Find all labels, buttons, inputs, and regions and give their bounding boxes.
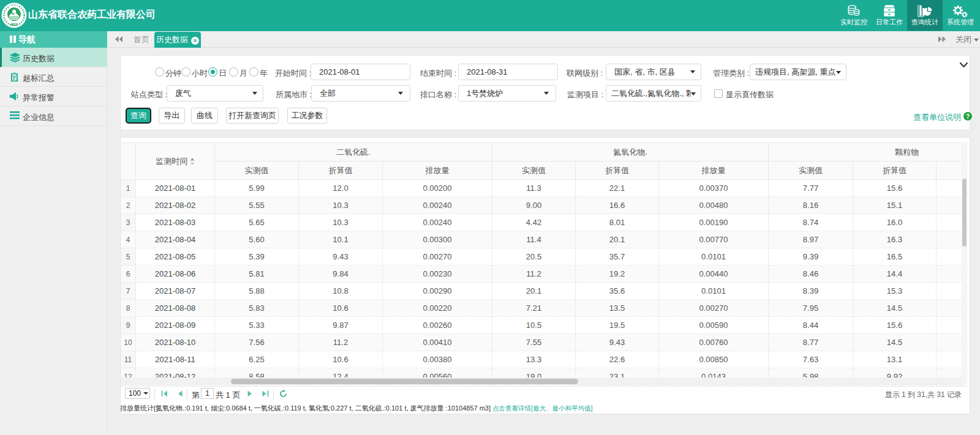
svg-text:?: ? bbox=[966, 113, 970, 120]
svg-text:MEE: MEE bbox=[10, 23, 18, 26]
